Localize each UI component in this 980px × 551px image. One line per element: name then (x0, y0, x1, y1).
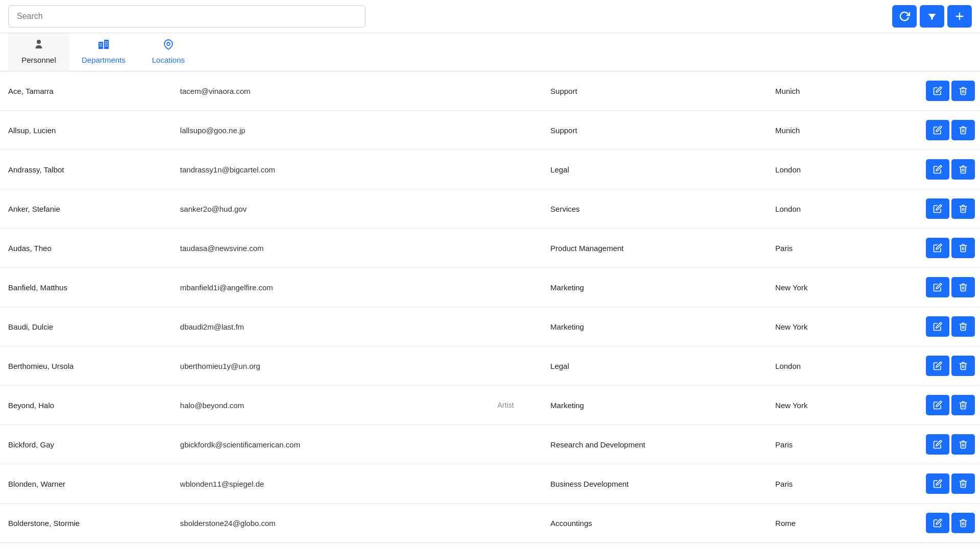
row-name: Andrassy, Talbot (0, 150, 172, 189)
svg-rect-4 (99, 42, 103, 49)
action-buttons (908, 395, 975, 415)
delete-button[interactable] (951, 81, 975, 101)
search-input[interactable] (8, 5, 365, 28)
edit-button[interactable] (926, 159, 949, 180)
table-row: Blonden, Warner wblonden11@spiegel.de Bu… (0, 464, 980, 504)
delete-button[interactable] (951, 198, 975, 219)
row-tag (489, 346, 543, 386)
tab-personnel-label: Personnel (21, 56, 56, 64)
row-department: Marketing (542, 307, 767, 346)
delete-button[interactable] (951, 473, 975, 494)
delete-button[interactable] (951, 395, 975, 415)
filter-button[interactable] (920, 5, 944, 28)
tab-locations-label: Locations (152, 56, 185, 64)
row-tag (489, 189, 543, 229)
edit-button[interactable] (926, 513, 949, 533)
row-name: Allsup, Lucien (0, 111, 172, 150)
row-email: tandrassy1n@bigcartel.com (172, 150, 489, 189)
row-email: sbolderstone24@globo.com (172, 504, 489, 543)
delete-button[interactable] (951, 120, 975, 140)
refresh-icon (899, 11, 910, 22)
row-location: London (767, 346, 899, 386)
edit-icon (933, 165, 942, 174)
edit-button[interactable] (926, 316, 949, 337)
svg-rect-5 (104, 40, 109, 49)
row-tag (489, 150, 543, 189)
action-buttons (908, 277, 975, 297)
row-actions (899, 386, 980, 425)
edit-icon (933, 126, 942, 135)
trash-icon (959, 204, 968, 213)
action-buttons (908, 356, 975, 376)
edit-button[interactable] (926, 356, 949, 376)
edit-button[interactable] (926, 81, 949, 101)
row-tag (489, 111, 543, 150)
edit-button[interactable] (926, 434, 949, 455)
row-actions (899, 111, 980, 150)
row-tag (489, 425, 543, 464)
row-location: New York (767, 386, 899, 425)
tab-personnel[interactable]: Personnel (8, 33, 69, 71)
delete-button[interactable] (951, 238, 975, 258)
table-row: Bickford, Gay gbickfordk@scientificameri… (0, 425, 980, 464)
edit-icon (933, 86, 942, 95)
locations-icon (162, 38, 175, 54)
tab-departments[interactable]: Departments (69, 33, 138, 71)
delete-button[interactable] (951, 434, 975, 455)
svg-rect-10 (105, 41, 106, 42)
row-department: Support (542, 111, 767, 150)
delete-button[interactable] (951, 277, 975, 297)
trash-icon (959, 126, 968, 135)
row-actions (899, 425, 980, 464)
delete-button[interactable] (951, 316, 975, 337)
trash-icon (959, 283, 968, 292)
edit-icon (933, 400, 942, 410)
table-row: Ace, Tamarra tacem@vinaora.com Support M… (0, 71, 980, 111)
trash-icon (959, 86, 968, 95)
row-name: Banfield, Matthus (0, 268, 172, 307)
row-name: Bolderstone, Stormie (0, 504, 172, 543)
row-name: Baudi, Dulcie (0, 307, 172, 346)
add-button[interactable] (947, 5, 972, 28)
row-name: Beyond, Halo (0, 386, 172, 425)
svg-rect-15 (107, 45, 108, 46)
svg-rect-12 (105, 43, 106, 44)
edit-button[interactable] (926, 473, 949, 494)
action-buttons (908, 81, 975, 101)
row-location: London (767, 189, 899, 229)
trash-icon (959, 518, 968, 528)
table-row: Banfield, Matthus mbanfield1i@angelfire.… (0, 268, 980, 307)
delete-button[interactable] (951, 356, 975, 376)
row-actions (899, 346, 980, 386)
row-actions (899, 464, 980, 504)
edit-button[interactable] (926, 198, 949, 219)
row-name: Ace, Tamarra (0, 71, 172, 111)
edit-button[interactable] (926, 277, 949, 297)
tab-locations[interactable]: Locations (138, 33, 199, 71)
row-email: sanker2o@hud.gov (172, 189, 489, 229)
delete-button[interactable] (951, 513, 975, 533)
row-department: Accountings (542, 504, 767, 543)
row-email: wblonden11@spiegel.de (172, 464, 489, 504)
row-location: Munich (767, 111, 899, 150)
row-department: Research and Development (542, 425, 767, 464)
delete-button[interactable] (951, 159, 975, 180)
table-row: Audas, Theo taudasa@newsvine.com Product… (0, 229, 980, 268)
edit-icon (933, 479, 942, 488)
action-buttons (908, 198, 975, 219)
row-name: Blonden, Warner (0, 464, 172, 504)
edit-icon (933, 322, 942, 331)
action-buttons (908, 120, 975, 140)
personnel-table: Ace, Tamarra tacem@vinaora.com Support M… (0, 71, 980, 543)
row-email: gbickfordk@scientificamerican.com (172, 425, 489, 464)
table-row: Berthomieu, Ursola uberthomieu1y@un.org … (0, 346, 980, 386)
edit-button[interactable] (926, 395, 949, 415)
row-name: Berthomieu, Ursola (0, 346, 172, 386)
edit-icon (933, 518, 942, 528)
refresh-button[interactable] (892, 5, 917, 28)
edit-button[interactable] (926, 238, 949, 258)
edit-icon (933, 440, 942, 449)
edit-button[interactable] (926, 120, 949, 140)
row-name: Anker, Stefanie (0, 189, 172, 229)
row-tag (489, 464, 543, 504)
